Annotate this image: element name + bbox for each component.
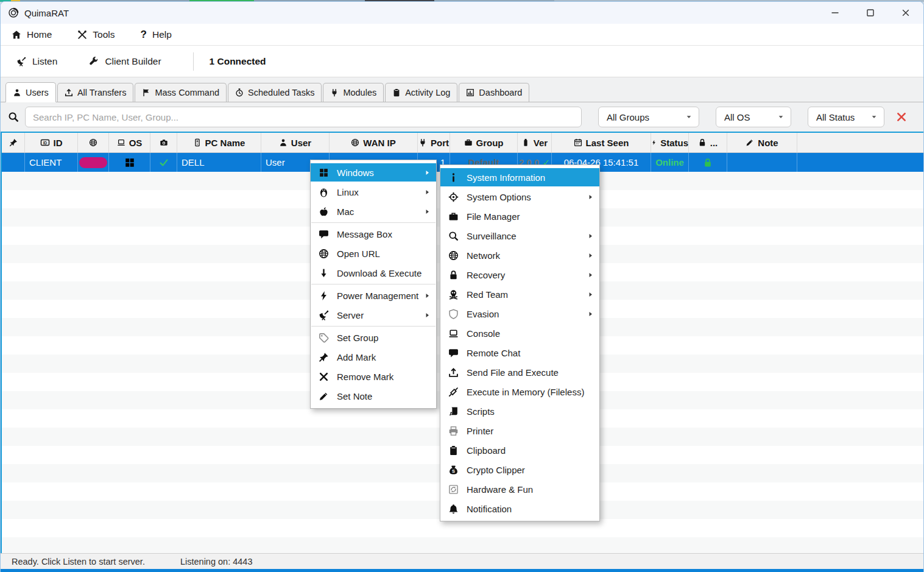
menu-item-message-box[interactable]: Message Box	[311, 225, 436, 243]
search-input[interactable]	[25, 107, 582, 127]
apple-icon	[319, 207, 329, 217]
camera-icon	[160, 138, 168, 147]
submenu-item-hardware-fun[interactable]: Hardware & Fun	[440, 480, 599, 498]
menu-separator	[311, 284, 436, 284]
globe-icon	[319, 249, 329, 259]
listen-button[interactable]: Listen	[16, 56, 57, 67]
submenu-item-scripts[interactable]: Scripts	[440, 402, 599, 420]
cell-pin[interactable]	[2, 153, 25, 172]
status-filter-dropdown[interactable]: All Status	[808, 107, 884, 127]
column-note[interactable]: Note	[727, 133, 797, 152]
lightning-icon	[319, 291, 329, 301]
submenu-item-red-team[interactable]: Red Team	[440, 285, 599, 303]
menu-tools[interactable]: Tools	[77, 29, 115, 40]
bolt-icon	[651, 138, 657, 147]
menu-item-mac[interactable]: Mac	[311, 202, 436, 221]
person-icon	[13, 88, 21, 97]
maximize-button[interactable]	[853, 2, 888, 24]
menu-item-server[interactable]: Server	[311, 306, 436, 324]
menu-item-add-mark[interactable]: Add Mark	[311, 348, 436, 366]
column-user[interactable]: User	[261, 133, 330, 152]
menu-item-linux[interactable]: Linux	[311, 183, 436, 201]
submenu-item-console[interactable]: Console	[440, 324, 599, 342]
submenu-item-remote-chat[interactable]: Remote Chat	[440, 344, 599, 362]
close-button[interactable]	[888, 2, 923, 24]
menu-item-remove-mark[interactable]: Remove Mark	[311, 367, 436, 386]
tab-users[interactable]: Users	[5, 82, 56, 102]
submenu-item-crypto-clipper[interactable]: Crypto Clipper	[440, 461, 599, 479]
tab-modules[interactable]: Modules	[323, 83, 384, 102]
submenu-item-surveillance[interactable]: Surveillance	[440, 227, 599, 245]
tab-dashboard[interactable]: Dashboard	[459, 83, 529, 102]
column-pc-name[interactable]: PC Name	[177, 133, 261, 152]
clock-icon	[235, 88, 244, 97]
column-lock[interactable]: ...	[689, 133, 727, 152]
column-ver[interactable]: Ver	[518, 133, 552, 152]
menu-item-download-execute[interactable]: Download & Execute	[311, 264, 436, 282]
hardware-icon	[448, 484, 459, 495]
home-icon	[12, 30, 21, 40]
menu-help[interactable]: ? Help	[141, 29, 172, 41]
column-wan-ip[interactable]: WAN IP	[330, 133, 418, 152]
menu-bar: Home Tools ? Help	[1, 24, 923, 46]
briefcase-icon	[464, 138, 473, 147]
tab-scheduled-tasks[interactable]: Scheduled Tasks	[228, 83, 322, 102]
column-status[interactable]: Status	[651, 133, 689, 152]
clear-filters-button[interactable]	[889, 111, 914, 122]
tab-strip: Users All Transfers Mass Command Schedul…	[1, 77, 923, 102]
submenu-item-system-options[interactable]: System Options	[440, 188, 599, 206]
submenu-item-network[interactable]: Network	[440, 246, 599, 264]
tab-activity-log[interactable]: Activity Log	[385, 83, 457, 102]
flag-icon	[142, 88, 150, 97]
column-last-seen[interactable]: Last Seen	[552, 133, 651, 152]
submenu-item-execute-in-memory[interactable]: Execute in Memory (Fileless)	[440, 383, 599, 401]
groups-filter-dropdown[interactable]: All Groups	[598, 107, 699, 127]
calendar-icon	[574, 138, 582, 147]
menu-item-power-management[interactable]: Power Management	[311, 286, 436, 305]
menu-item-open-url[interactable]: Open URL	[311, 244, 436, 263]
menu-home[interactable]: Home	[12, 29, 52, 40]
submenu-arrow-icon	[587, 233, 594, 239]
column-port[interactable]: Port	[418, 133, 450, 152]
client-context-menu: Windows Linux Mac Message Box Open URL D…	[310, 160, 437, 409]
submenu-item-system-information[interactable]: System Information	[440, 168, 599, 186]
minimize-button[interactable]	[817, 2, 853, 24]
submenu-item-evasion[interactable]: Evasion	[440, 305, 599, 323]
status-message: Ready. Click Listen to start server.	[12, 557, 145, 567]
column-group[interactable]: Group	[450, 133, 518, 152]
cell-webcam	[150, 153, 177, 172]
submenu-item-notification[interactable]: Notification	[440, 500, 599, 518]
penguin-icon	[319, 187, 329, 197]
menu-item-windows[interactable]: Windows	[311, 163, 436, 182]
menu-help-label: Help	[152, 29, 172, 40]
tab-all-transfers[interactable]: All Transfers	[57, 83, 134, 102]
column-id[interactable]: ID	[25, 133, 78, 152]
menu-item-set-note[interactable]: Set Note	[311, 387, 436, 405]
submenu-arrow-icon	[424, 208, 431, 215]
menu-item-set-group[interactable]: Set Group	[311, 328, 436, 347]
submenu-item-recovery[interactable]: Recovery	[440, 266, 599, 284]
submenu-item-send-file-execute[interactable]: Send File and Execute	[440, 363, 599, 381]
column-country[interactable]	[78, 133, 109, 152]
tab-mass-command[interactable]: Mass Command	[135, 83, 227, 102]
column-pin[interactable]	[2, 133, 25, 152]
submenu-arrow-icon	[424, 189, 431, 196]
os-filter-dropdown[interactable]: All OS	[716, 107, 791, 127]
tab-zone: Users All Transfers Mass Command Schedul…	[1, 77, 923, 132]
syringe-icon	[448, 387, 459, 397]
satellite-icon	[16, 57, 26, 66]
title-bar[interactable]: QuimaRAT	[1, 2, 923, 24]
column-os[interactable]: OS	[109, 133, 150, 152]
submenu-item-printer[interactable]: Printer	[440, 422, 599, 440]
column-webcam[interactable]	[150, 133, 177, 152]
submenu-item-clipboard[interactable]: Clipboard	[440, 441, 599, 459]
menu-separator	[311, 222, 436, 223]
cell-note	[727, 153, 797, 172]
client-builder-button[interactable]: Client Builder	[89, 56, 161, 67]
cell-country-flag	[78, 153, 109, 172]
satellite-icon	[319, 310, 329, 320]
window-bottom-edge	[1, 569, 923, 572]
submenu-item-file-manager[interactable]: File Manager	[440, 207, 599, 225]
lock-icon	[448, 270, 459, 280]
cell-id: CLIENT	[25, 153, 78, 172]
